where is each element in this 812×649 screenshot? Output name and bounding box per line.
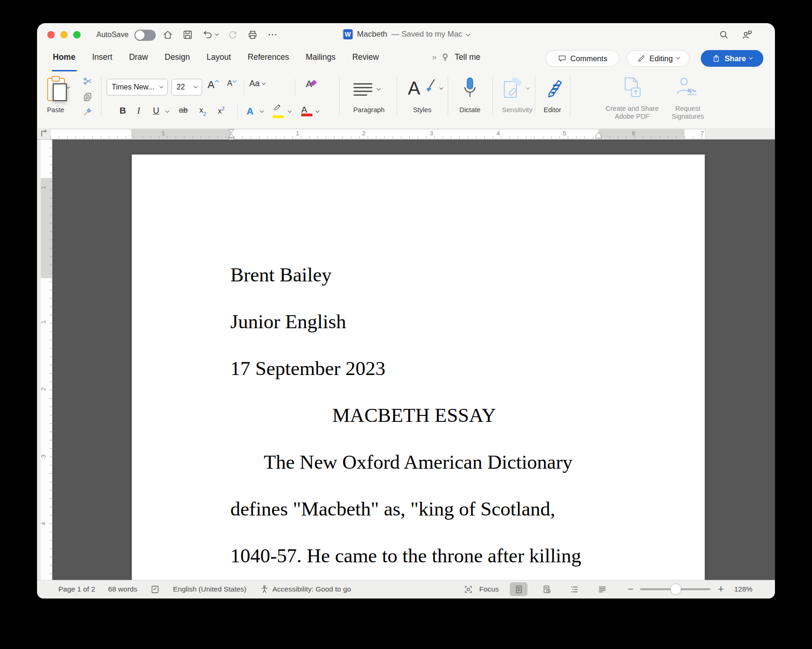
pdf-document-icon xyxy=(622,76,642,99)
ruler-number: 3 xyxy=(428,130,435,137)
ribbon-home: Paste Times New... 22 A A Aa xyxy=(37,71,775,128)
tell-me-label[interactable]: Tell me xyxy=(455,52,480,62)
ruler-number: 2 xyxy=(360,130,368,137)
font-color-chevron-icon[interactable] xyxy=(316,109,319,113)
accessibility-status[interactable]: Accessibility: Good to go xyxy=(273,585,351,593)
font-size-select[interactable]: 22 xyxy=(171,79,202,95)
font-color-swatch xyxy=(301,114,312,116)
sensitivity-stamp-icon xyxy=(502,78,523,99)
clear-formatting-button[interactable]: A xyxy=(306,79,316,89)
window-title[interactable]: W Macbeth — Saved to my Mac xyxy=(37,29,775,39)
zoom-level-label[interactable]: 128% xyxy=(734,585,753,593)
tab-design[interactable]: Design xyxy=(165,52,190,62)
immersive-view-button[interactable] xyxy=(538,582,555,596)
comment-bubble-icon xyxy=(558,54,567,63)
draft-view-icon xyxy=(597,585,607,594)
paste-label: Paste xyxy=(42,106,70,114)
tab-insert[interactable]: Insert xyxy=(92,52,113,62)
print-layout-view-button[interactable] xyxy=(510,582,527,596)
ruler-number: 1 xyxy=(159,130,167,137)
paragraph-alignment-button[interactable] xyxy=(353,82,380,97)
subscript-button[interactable]: x2 xyxy=(199,106,206,115)
focus-icon xyxy=(463,585,473,594)
underline-button[interactable]: U xyxy=(153,106,159,116)
feedback-person-icon[interactable] xyxy=(742,29,753,40)
word-count-status[interactable]: 68 words xyxy=(108,585,137,593)
request-signatures-button[interactable] xyxy=(676,76,698,101)
ribbon-divider xyxy=(237,105,238,119)
print-layout-icon xyxy=(514,585,524,594)
doc-line-body-3: 1040-57. He came to the throne after kil… xyxy=(230,532,598,579)
ruler-number: 4 xyxy=(495,130,502,137)
ruler-number: 1 xyxy=(40,186,47,190)
paste-button[interactable] xyxy=(47,78,65,101)
copy-icon[interactable] xyxy=(82,92,93,102)
shrink-font-button[interactable]: A xyxy=(227,79,236,88)
share-icon xyxy=(712,54,721,63)
tab-review[interactable]: Review xyxy=(352,52,379,62)
font-color-button[interactable]: A xyxy=(301,105,307,115)
format-painter-icon[interactable] xyxy=(82,107,93,117)
adobe-pdf-button[interactable] xyxy=(622,76,642,101)
outline-view-button[interactable] xyxy=(565,582,583,596)
ruler-number: 6 xyxy=(630,130,637,137)
ruler-number: 7 xyxy=(698,130,706,137)
proofing-icon[interactable] xyxy=(150,585,160,594)
tab-home[interactable]: Home xyxy=(53,52,76,62)
font-name-value: Times New... xyxy=(112,83,154,91)
styles-button[interactable]: A xyxy=(408,78,443,98)
document-text: Brent Bailey Junior English 17 September… xyxy=(132,155,598,579)
text-effects-chevron-icon[interactable] xyxy=(260,109,264,113)
font-name-select[interactable]: Times New... xyxy=(107,79,168,95)
grow-font-button[interactable]: A xyxy=(208,79,218,91)
change-case-button[interactable]: Aa xyxy=(249,79,265,89)
ribbon-tab-row: Home Insert Draw Design Layout Reference… xyxy=(37,47,775,71)
dictate-button[interactable] xyxy=(463,77,477,103)
lightbulb-icon xyxy=(440,52,450,62)
ruler-number: 1 xyxy=(40,320,47,324)
ruler-number: 1 xyxy=(294,130,301,137)
underline-chevron-icon[interactable] xyxy=(165,109,169,113)
tab-draw[interactable]: Draw xyxy=(129,52,148,62)
first-line-indent-marker[interactable] xyxy=(228,129,235,134)
screenshot-root: AutoSave W Macbeth — Saved to my Mac xyxy=(0,0,812,649)
superscript-button[interactable]: x2 xyxy=(218,106,225,116)
text-effects-button[interactable]: A xyxy=(247,106,254,117)
tab-selector-icon[interactable] xyxy=(40,129,48,138)
language-status[interactable]: English (United States) xyxy=(173,585,247,593)
focus-button[interactable]: Focus xyxy=(463,585,499,594)
highlight-color-swatch xyxy=(273,115,284,118)
tab-references[interactable]: References xyxy=(247,52,289,62)
editing-button-label: Editing xyxy=(649,54,672,63)
zoom-slider-thumb[interactable] xyxy=(671,584,681,594)
focus-label: Focus xyxy=(479,585,499,593)
zoom-in-button[interactable]: + xyxy=(718,585,724,594)
draft-view-button[interactable] xyxy=(593,582,611,596)
cut-icon[interactable] xyxy=(82,76,93,86)
paragraph-group-label: Paragraph xyxy=(336,106,401,114)
zoom-slider[interactable] xyxy=(640,588,710,590)
highlight-color-button[interactable] xyxy=(273,104,283,116)
microphone-icon xyxy=(463,77,477,101)
comments-button[interactable]: Comments xyxy=(546,50,619,67)
title-menu-chevron-icon[interactable] xyxy=(466,32,469,36)
bold-button[interactable]: B xyxy=(120,106,126,116)
editing-mode-button[interactable]: Editing xyxy=(627,50,690,67)
editor-button[interactable] xyxy=(543,78,563,101)
highlight-chevron-icon[interactable] xyxy=(288,109,292,113)
page-count-status[interactable]: Page 1 of 2 xyxy=(58,585,95,593)
right-indent-marker[interactable] xyxy=(595,132,602,139)
zoom-out-button[interactable]: − xyxy=(628,585,634,594)
tab-layout[interactable]: Layout xyxy=(207,52,231,62)
document-page[interactable]: Brent Bailey Junior English 17 September… xyxy=(132,155,704,580)
share-button[interactable]: Share xyxy=(701,50,763,67)
strikethrough-button[interactable]: ab xyxy=(179,106,188,115)
font-size-value: 22 xyxy=(177,83,185,91)
ribbon-divider xyxy=(244,79,244,95)
tab-mailings[interactable]: Mailings xyxy=(306,52,336,62)
search-icon[interactable] xyxy=(718,29,730,40)
tab-overflow-chevrons-icon[interactable]: » xyxy=(432,52,436,62)
paste-chevron-icon[interactable] xyxy=(66,85,70,89)
outline-view-icon xyxy=(570,585,579,594)
italic-button[interactable]: I xyxy=(137,106,140,116)
